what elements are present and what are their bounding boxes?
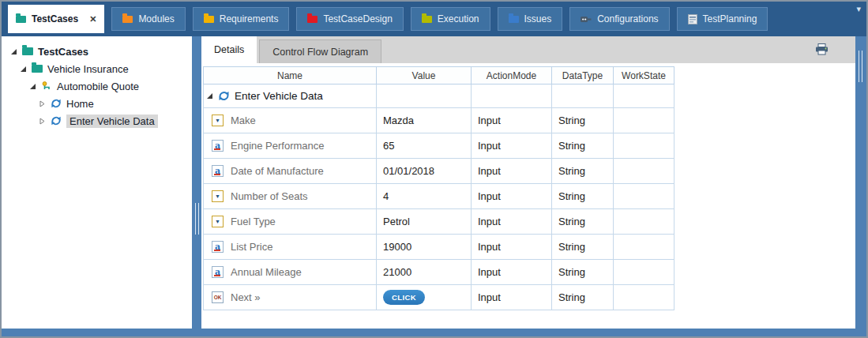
testcase-icon [41,81,52,92]
right-scroll-grip[interactable] [859,51,862,82]
teststep-sync-icon [51,98,62,109]
column-header-actionmode[interactable]: ActionMode [472,66,552,84]
value-cell[interactable]: 21000 [377,260,472,285]
vertical-splitter-grip[interactable] [195,203,199,235]
actionmode-cell[interactable]: Input [472,235,552,260]
table-row-fuel-type[interactable]: Fuel Type Petrol Input String [203,209,674,235]
datatype-cell[interactable]: String [552,159,614,184]
attribute-name: Annual Mileage [231,266,302,278]
textbox-icon [212,140,224,152]
testcasedesign-folder-icon [307,16,318,23]
tab-testcasedesign[interactable]: TestCaseDesign [296,7,403,31]
requirements-folder-icon [204,16,214,23]
attribute-name: Next » [231,291,261,303]
table-row-engine-performance[interactable]: Engine Performance 65 Input String [203,133,674,159]
attribute-name: Date of Manufacture [231,165,324,177]
textbox-icon [212,165,224,177]
table-row-next[interactable]: Next » CLICK Input String [203,285,674,310]
tab-issues[interactable]: Issues [498,7,563,31]
actionmode-cell[interactable]: Input [472,285,552,310]
value-cell[interactable]: 4 [377,184,472,209]
datatype-cell[interactable]: String [552,209,614,235]
attribute-name: Fuel Type [231,216,276,227]
teststep-values-table: Name Value ActionMode DataType WorkState [203,66,674,310]
attribute-name: Make [231,115,256,126]
tab-details[interactable]: Details [201,36,257,63]
attribute-name: Number of Seats [231,190,308,202]
actionmode-cell[interactable]: Input [472,209,552,235]
datatype-cell[interactable]: String [552,235,614,260]
table-row-annual-mileage[interactable]: Annual Mileage 21000 Input String [203,260,674,285]
details-panel: Details Control Flow Diagram Name Value … [201,36,855,329]
value-cell[interactable]: 65 [377,133,472,159]
actionmode-cell[interactable]: Input [472,184,552,209]
value-cell[interactable]: Petrol [377,209,472,235]
value-cell[interactable]: 19000 [377,235,472,260]
tree-item-testcases[interactable]: TestCases [2,43,192,60]
tab-control-flow-diagram[interactable]: Control Flow Diagram [259,39,381,63]
modules-folder-icon [122,16,133,23]
datatype-cell[interactable]: String [552,133,614,159]
attribute-name: Engine Performance [231,140,325,152]
tab-label: Modules [138,13,174,24]
table-row-make[interactable]: Make Mazda Input String [203,108,674,133]
expanded-arrow-icon[interactable] [9,48,17,55]
tab-requirements[interactable]: Requirements [193,7,290,31]
value-cell[interactable]: 01/01/2018 [377,159,472,184]
testcases-tree-panel: TestCases Vehicle Insurance Automobile Q… [2,36,192,329]
workstate-cell [614,108,674,133]
column-header-workstate[interactable]: WorkState [614,66,674,84]
configurations-icon [581,15,592,24]
tab-label: TestCaseDesign [323,13,392,24]
datatype-cell[interactable]: String [552,184,614,209]
value-cell: CLICK [377,285,472,310]
actionmode-cell[interactable]: Input [472,108,552,133]
table-row-date-of-manufacture[interactable]: Date of Manufacture 01/01/2018 Input Str… [203,159,674,184]
table-row-number-of-seats[interactable]: Number of Seats 4 Input String [203,184,674,209]
column-header-datatype[interactable]: DataType [552,66,614,84]
testcases-folder-icon [16,16,26,23]
workstate-cell [614,209,674,235]
workstate-cell [614,260,674,285]
value-cell[interactable]: Mazda [377,108,472,133]
close-tab-icon[interactable]: ✕ [89,14,96,24]
tree-item-label: Enter Vehicle Data [66,115,158,128]
datatype-cell[interactable]: String [552,285,614,310]
tab-modules[interactable]: Modules [111,7,185,31]
tab-configurations[interactable]: Configurations [569,7,669,31]
folder-icon [32,65,43,73]
tab-testcases[interactable]: TestCases ✕ [8,5,104,33]
column-header-name[interactable]: Name [203,66,377,84]
ok-button-icon [212,291,224,303]
column-header-value[interactable]: Value [377,66,472,84]
teststep-sync-icon [51,115,62,126]
workstate-cell [614,184,674,209]
testplanning-icon [688,14,697,24]
datatype-cell[interactable]: String [552,260,614,285]
details-tab-strip: Details Control Flow Diagram [201,36,855,63]
tree-item-home[interactable]: Home [2,95,192,112]
collapsed-arrow-icon[interactable] [38,118,46,125]
tree-item-enter-vehicle-data[interactable]: Enter Vehicle Data [2,112,192,130]
issues-folder-icon [509,16,519,23]
collapsed-arrow-icon[interactable] [38,100,46,107]
tab-label: TestCases [32,13,78,24]
tab-testplanning[interactable]: TestPlanning [677,7,768,31]
tab-label: TestPlanning [703,13,757,24]
table-row-list-price[interactable]: List Price 19000 Input String [203,235,674,260]
group-row-enter-vehicle-data[interactable]: Enter Vehicle Data [203,84,674,108]
actionmode-cell[interactable]: Input [472,260,552,285]
expanded-arrow-icon[interactable] [28,83,36,90]
click-button[interactable]: CLICK [383,290,425,305]
tree-item-vehicle-insurance[interactable]: Vehicle Insurance [2,60,192,77]
expanded-arrow-icon[interactable] [206,92,213,100]
tree-item-automobile-quote[interactable]: Automobile Quote [2,77,192,95]
tree-item-label: Vehicle Insurance [47,63,129,75]
print-icon[interactable] [815,43,829,55]
datatype-cell[interactable]: String [552,108,614,133]
expanded-arrow-icon[interactable] [19,66,27,73]
tab-overflow-chevron[interactable]: ▾ [856,4,861,14]
tab-execution[interactable]: Execution [411,7,490,31]
actionmode-cell[interactable]: Input [472,133,552,159]
actionmode-cell[interactable]: Input [472,159,552,184]
